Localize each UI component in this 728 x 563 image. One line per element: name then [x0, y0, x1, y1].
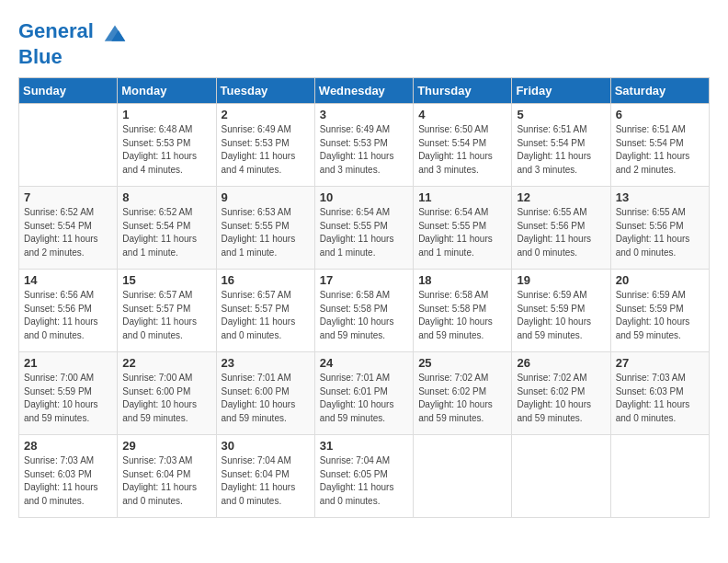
calendar-cell: 19Sunrise: 6:59 AM Sunset: 5:59 PM Dayli…: [512, 270, 610, 352]
calendar-cell: 14Sunrise: 6:56 AM Sunset: 5:56 PM Dayli…: [19, 270, 118, 352]
day-number: 21: [24, 356, 112, 370]
day-number: 2: [222, 108, 310, 121]
calendar-cell: 8Sunrise: 6:52 AM Sunset: 5:54 PM Daylig…: [118, 187, 216, 270]
day-info: Sunrise: 6:50 AM Sunset: 5:54 PM Dayligh…: [418, 123, 506, 177]
calendar-cell: 10Sunrise: 6:54 AM Sunset: 5:55 PM Dayli…: [314, 187, 413, 270]
day-info: Sunrise: 7:03 AM Sunset: 6:04 PM Dayligh…: [122, 454, 210, 508]
calendar-week-row: 21Sunrise: 7:00 AM Sunset: 5:59 PM Dayli…: [19, 352, 710, 435]
calendar-cell: 16Sunrise: 6:57 AM Sunset: 5:57 PM Dayli…: [216, 270, 314, 352]
day-number: 27: [616, 356, 704, 370]
calendar-header: SundayMondayTuesdayWednesdayThursdayFrid…: [19, 78, 710, 104]
calendar-cell: 3Sunrise: 6:49 AM Sunset: 5:53 PM Daylig…: [314, 104, 413, 187]
calendar-cell: 28Sunrise: 7:03 AM Sunset: 6:03 PM Dayli…: [19, 435, 118, 518]
day-number: 31: [320, 439, 408, 453]
day-number: 10: [320, 190, 408, 204]
day-info: Sunrise: 7:02 AM Sunset: 6:02 PM Dayligh…: [418, 372, 506, 425]
day-info: Sunrise: 7:01 AM Sunset: 6:01 PM Dayligh…: [320, 372, 408, 425]
calendar-body: 1Sunrise: 6:48 AM Sunset: 5:53 PM Daylig…: [19, 104, 710, 518]
logo-general: General: [18, 19, 94, 42]
day-number: 13: [616, 190, 704, 204]
day-info: Sunrise: 6:48 AM Sunset: 5:53 PM Dayligh…: [122, 123, 210, 177]
calendar-cell: 27Sunrise: 7:03 AM Sunset: 6:03 PM Dayli…: [610, 352, 709, 435]
calendar-cell: 11Sunrise: 6:54 AM Sunset: 5:55 PM Dayli…: [414, 187, 512, 270]
calendar-table: SundayMondayTuesdayWednesdayThursdayFrid…: [18, 77, 710, 518]
day-info: Sunrise: 6:52 AM Sunset: 5:54 PM Dayligh…: [24, 206, 112, 259]
day-info: Sunrise: 6:55 AM Sunset: 5:56 PM Dayligh…: [517, 206, 605, 259]
day-number: 20: [616, 273, 704, 287]
calendar-cell: 18Sunrise: 6:58 AM Sunset: 5:58 PM Dayli…: [414, 270, 512, 352]
day-info: Sunrise: 6:58 AM Sunset: 5:58 PM Dayligh…: [320, 289, 408, 342]
calendar-cell: 7Sunrise: 6:52 AM Sunset: 5:54 PM Daylig…: [19, 187, 118, 270]
calendar-cell: 23Sunrise: 7:01 AM Sunset: 6:00 PM Dayli…: [216, 352, 314, 435]
weekday-header: Saturday: [610, 78, 709, 104]
day-number: 24: [320, 356, 408, 370]
calendar-cell: 2Sunrise: 6:49 AM Sunset: 5:53 PM Daylig…: [216, 104, 314, 187]
day-info: Sunrise: 6:59 AM Sunset: 5:59 PM Dayligh…: [616, 289, 704, 342]
day-info: Sunrise: 7:02 AM Sunset: 6:02 PM Dayligh…: [517, 372, 605, 425]
logo-text: General: [18, 18, 129, 46]
day-number: 30: [222, 439, 310, 453]
logo: General Blue: [18, 18, 129, 68]
header-row: SundayMondayTuesdayWednesdayThursdayFrid…: [19, 78, 710, 104]
calendar-cell: 5Sunrise: 6:51 AM Sunset: 5:54 PM Daylig…: [512, 104, 610, 187]
day-info: Sunrise: 6:49 AM Sunset: 5:53 PM Dayligh…: [222, 123, 310, 177]
calendar-week-row: 14Sunrise: 6:56 AM Sunset: 5:56 PM Dayli…: [19, 270, 710, 352]
calendar-cell: 26Sunrise: 7:02 AM Sunset: 6:02 PM Dayli…: [512, 352, 610, 435]
day-number: 5: [517, 108, 605, 121]
day-info: Sunrise: 6:52 AM Sunset: 5:54 PM Dayligh…: [122, 206, 210, 259]
calendar-cell: 13Sunrise: 6:55 AM Sunset: 5:56 PM Dayli…: [610, 187, 709, 270]
day-info: Sunrise: 6:51 AM Sunset: 5:54 PM Dayligh…: [517, 123, 605, 177]
weekday-header: Sunday: [19, 78, 118, 104]
day-info: Sunrise: 7:04 AM Sunset: 6:04 PM Dayligh…: [222, 454, 310, 508]
day-number: 16: [222, 273, 310, 287]
day-number: 3: [320, 108, 408, 121]
calendar-cell: [512, 435, 610, 518]
calendar-cell: 25Sunrise: 7:02 AM Sunset: 6:02 PM Dayli…: [414, 352, 512, 435]
calendar-cell: 24Sunrise: 7:01 AM Sunset: 6:01 PM Dayli…: [314, 352, 413, 435]
calendar-cell: [19, 104, 118, 187]
day-number: 4: [418, 108, 506, 121]
calendar-cell: 12Sunrise: 6:55 AM Sunset: 5:56 PM Dayli…: [512, 187, 610, 270]
weekday-header: Monday: [118, 78, 216, 104]
day-number: 1: [122, 108, 210, 121]
weekday-header: Friday: [512, 78, 610, 104]
day-number: 7: [24, 190, 112, 204]
day-info: Sunrise: 7:00 AM Sunset: 5:59 PM Dayligh…: [24, 372, 112, 425]
calendar-cell: 21Sunrise: 7:00 AM Sunset: 5:59 PM Dayli…: [19, 352, 118, 435]
calendar-cell: 30Sunrise: 7:04 AM Sunset: 6:04 PM Dayli…: [216, 435, 314, 518]
calendar-cell: [610, 435, 709, 518]
calendar-cell: 22Sunrise: 7:00 AM Sunset: 6:00 PM Dayli…: [118, 352, 216, 435]
day-info: Sunrise: 6:55 AM Sunset: 5:56 PM Dayligh…: [616, 206, 704, 259]
calendar-week-row: 7Sunrise: 6:52 AM Sunset: 5:54 PM Daylig…: [19, 187, 710, 270]
day-number: 15: [122, 273, 210, 287]
day-number: 23: [222, 356, 310, 370]
day-info: Sunrise: 7:04 AM Sunset: 6:05 PM Dayligh…: [320, 454, 408, 508]
day-info: Sunrise: 6:57 AM Sunset: 5:57 PM Dayligh…: [222, 289, 310, 342]
calendar-week-row: 1Sunrise: 6:48 AM Sunset: 5:53 PM Daylig…: [19, 104, 710, 187]
day-number: 8: [122, 190, 210, 204]
day-number: 6: [616, 108, 704, 121]
day-number: 28: [24, 439, 112, 453]
day-info: Sunrise: 6:58 AM Sunset: 5:58 PM Dayligh…: [418, 289, 506, 342]
day-number: 29: [122, 439, 210, 453]
day-number: 14: [24, 273, 112, 287]
day-info: Sunrise: 7:00 AM Sunset: 6:00 PM Dayligh…: [122, 372, 210, 425]
calendar-cell: 1Sunrise: 6:48 AM Sunset: 5:53 PM Daylig…: [118, 104, 216, 187]
weekday-header: Tuesday: [216, 78, 314, 104]
calendar-cell: 9Sunrise: 6:53 AM Sunset: 5:55 PM Daylig…: [216, 187, 314, 270]
calendar-cell: [414, 435, 512, 518]
day-number: 11: [418, 190, 506, 204]
calendar-cell: 17Sunrise: 6:58 AM Sunset: 5:58 PM Dayli…: [314, 270, 413, 352]
logo-blue: Blue: [18, 46, 129, 68]
calendar-cell: 15Sunrise: 6:57 AM Sunset: 5:57 PM Dayli…: [118, 270, 216, 352]
day-number: 17: [320, 273, 408, 287]
day-info: Sunrise: 7:03 AM Sunset: 6:03 PM Dayligh…: [24, 454, 112, 508]
day-number: 25: [418, 356, 506, 370]
weekday-header: Wednesday: [314, 78, 413, 104]
calendar-cell: 29Sunrise: 7:03 AM Sunset: 6:04 PM Dayli…: [118, 435, 216, 518]
calendar-cell: 31Sunrise: 7:04 AM Sunset: 6:05 PM Dayli…: [314, 435, 413, 518]
calendar-cell: 20Sunrise: 6:59 AM Sunset: 5:59 PM Dayli…: [610, 270, 709, 352]
day-info: Sunrise: 6:54 AM Sunset: 5:55 PM Dayligh…: [320, 206, 408, 259]
day-info: Sunrise: 6:53 AM Sunset: 5:55 PM Dayligh…: [222, 206, 310, 259]
day-number: 26: [517, 356, 605, 370]
